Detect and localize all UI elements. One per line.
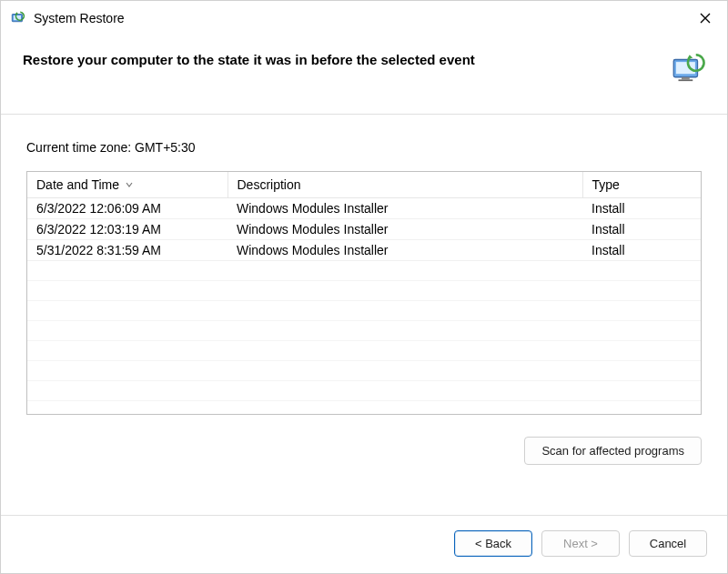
table-row-empty — [27, 301, 701, 321]
cell-datetime: 6/3/2022 12:03:19 AM — [27, 219, 228, 240]
svg-rect-4 — [682, 77, 690, 80]
table-row-empty — [27, 361, 701, 381]
back-button[interactable]: < Back — [454, 530, 532, 557]
table-row-empty — [27, 341, 701, 361]
table-row-empty — [27, 261, 701, 281]
svg-rect-3 — [676, 62, 695, 74]
table-row[interactable]: 5/31/2022 8:31:59 AMWindows Modules Inst… — [27, 240, 701, 261]
window-title: System Restore — [34, 11, 693, 25]
cell-type: Install — [582, 219, 701, 240]
svg-rect-5 — [679, 79, 693, 81]
wizard-footer: < Back Next > Cancel — [1, 515, 727, 573]
cell-description: Windows Modules Installer — [228, 240, 582, 261]
content-area: Current time zone: GMT+5:30 Date and Tim… — [1, 115, 727, 515]
table-row-empty — [27, 321, 701, 341]
table-row[interactable]: 6/3/2022 12:06:09 AMWindows Modules Inst… — [27, 198, 701, 219]
close-button[interactable] — [693, 8, 718, 28]
table-row[interactable]: 6/3/2022 12:03:19 AMWindows Modules Inst… — [27, 219, 701, 240]
next-button[interactable]: Next > — [541, 530, 620, 557]
column-header-datetime[interactable]: Date and Time — [27, 172, 228, 198]
column-header-description[interactable]: Description — [228, 172, 582, 198]
column-label: Type — [592, 177, 620, 192]
wizard-header: Restore your computer to the state it wa… — [1, 34, 727, 115]
wizard-heading: Restore your computer to the state it wa… — [23, 50, 658, 67]
cell-description: Windows Modules Installer — [228, 219, 582, 240]
restore-points-table: Date and Time Description Type 6 — [26, 171, 702, 415]
table-row-empty — [27, 381, 701, 401]
system-restore-window: System Restore Restore your computer to … — [0, 0, 728, 574]
cell-datetime: 5/31/2022 8:31:59 AM — [27, 240, 228, 261]
cell-description: Windows Modules Installer — [228, 198, 582, 219]
system-restore-icon — [10, 10, 26, 26]
column-label: Description — [238, 177, 301, 192]
table-row-empty — [27, 281, 701, 301]
column-header-type[interactable]: Type — [582, 172, 701, 198]
cell-type: Install — [582, 240, 701, 261]
timezone-label: Current time zone: GMT+5:30 — [26, 140, 702, 155]
restore-monitor-icon — [669, 50, 707, 88]
cancel-button[interactable]: Cancel — [629, 530, 707, 557]
cell-type: Install — [582, 198, 701, 219]
sort-dropdown-icon — [125, 177, 134, 192]
scan-affected-programs-button[interactable]: Scan for affected programs — [524, 437, 702, 465]
scan-row: Scan for affected programs — [26, 437, 702, 465]
titlebar: System Restore — [1, 1, 727, 34]
cell-datetime: 6/3/2022 12:06:09 AM — [27, 198, 228, 219]
column-label: Date and Time — [36, 177, 119, 192]
